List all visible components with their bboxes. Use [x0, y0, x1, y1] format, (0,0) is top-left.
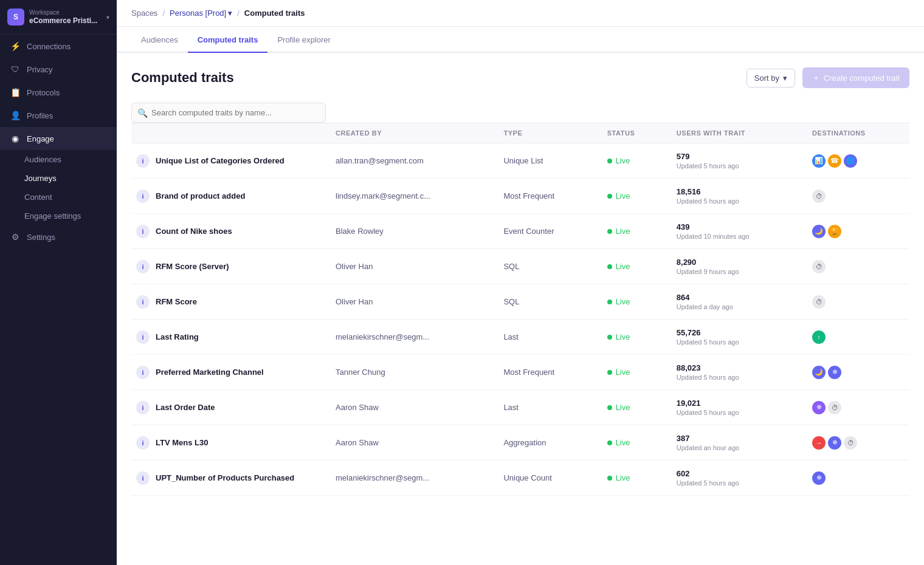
trait-type-icon: i [136, 471, 150, 485]
trait-name-cell: i Last Rating [131, 320, 326, 355]
trait-type-icon: i [136, 366, 150, 379]
tab-profile-explorer[interactable]: Profile explorer [267, 27, 340, 53]
tab-audiences[interactable]: Audiences [131, 27, 188, 53]
sidebar-item-connections[interactable]: ⚡ Connections [0, 35, 117, 58]
users-updated: Updated 5 hours ago [677, 338, 793, 346]
users-cell: 19,021 Updated 5 hours ago [667, 390, 802, 425]
destination-icon: ⏱ [812, 190, 826, 203]
sidebar-item-privacy[interactable]: 🛡 Privacy [0, 58, 117, 81]
type-cell: Unique Count [494, 461, 597, 496]
users-count: 864 [677, 293, 793, 302]
sidebar: S Workspace eCommerce Pristi... ▾ ⚡ Conn… [0, 0, 117, 565]
tab-computed-traits[interactable]: Computed traits [188, 27, 268, 53]
breadcrumb-sep-2: / [237, 9, 240, 18]
status-cell: Live [598, 214, 667, 249]
trait-name-cell: i RFM Score (Server) [131, 249, 326, 284]
trait-name-cell: i Brand of product added [131, 179, 326, 214]
created-by-cell: Oliver Han [326, 249, 494, 284]
status-text: Live [616, 368, 630, 377]
created-by-cell: melaniekirschner@segm... [326, 461, 494, 496]
destinations-cell: ↑ [802, 320, 909, 355]
table-row[interactable]: i RFM Score Oliver Han SQL Live 864 Upda… [131, 284, 909, 320]
destination-icon: → [812, 436, 826, 450]
sidebar-sub-content[interactable]: Content [0, 188, 117, 207]
col-destinations: DESTINATIONS [802, 123, 909, 143]
table-row[interactable]: i Last Order Date Aaron Shaw Last Live 1… [131, 390, 909, 425]
sidebar-item-profiles[interactable]: 👤 Profiles [0, 104, 117, 127]
table-row[interactable]: i Unique List of Categories Ordered alla… [131, 143, 909, 179]
sidebar-sub-journeys[interactable]: Journeys [0, 169, 117, 188]
trait-type-icon: i [136, 190, 150, 203]
destination-icon: 🌐 [844, 154, 857, 168]
settings-icon: ⚙ [10, 231, 21, 242]
users-cell: 88,023 Updated 5 hours ago [667, 355, 802, 390]
type-cell: Most Frequent [494, 355, 597, 390]
journeys-label: Journeys [24, 174, 57, 183]
destination-icon: ⏱ [812, 295, 826, 309]
table-row[interactable]: i LTV Mens L30 Aaron Shaw Aggregation Li… [131, 425, 909, 461]
destinations-cell: ⏱ [802, 284, 909, 320]
workspace-name: eCommerce Pristi... [29, 16, 102, 25]
status-dot [607, 335, 612, 340]
privacy-icon: 🛡 [10, 64, 21, 75]
sort-chevron-icon: ▾ [783, 74, 787, 83]
sidebar-item-protocols[interactable]: 📋 Protocols [0, 81, 117, 104]
create-computed-trait-button[interactable]: ＋ Create computed trait [802, 67, 909, 88]
create-plus-icon: ＋ [812, 72, 820, 83]
created-by-cell: Tanner Chung [326, 355, 494, 390]
table-row[interactable]: i Last Rating melaniekirschner@segm... L… [131, 320, 909, 355]
destinations-cell: 🌙🏆 [802, 214, 909, 249]
type-cell: Unique List [494, 143, 597, 179]
sidebar-item-settings[interactable]: ⚙ Settings [0, 225, 117, 248]
table-row[interactable]: i Preferred Marketing Channel Tanner Chu… [131, 355, 909, 390]
personas-chevron-icon: ▾ [228, 9, 232, 18]
destination-icon: 🏆 [828, 225, 841, 238]
trait-name: Last Order Date [156, 403, 215, 412]
created-by-cell: melaniekirschner@segm... [326, 320, 494, 355]
users-updated: Updated a day ago [677, 303, 793, 310]
breadcrumb-spaces[interactable]: Spaces [131, 9, 157, 18]
type-cell: Event Counter [494, 214, 597, 249]
destinations-cell: ⏱ [802, 249, 909, 284]
destinations-cell: 🌙❄ [802, 355, 909, 390]
users-count: 439 [677, 222, 793, 231]
main-content: Spaces / Personas [Prod] ▾ / Computed tr… [117, 0, 924, 565]
trait-name: RFM Score [156, 297, 197, 306]
search-input[interactable] [131, 103, 326, 123]
destinations-cell: ⏱ [802, 179, 909, 214]
workspace-header[interactable]: S Workspace eCommerce Pristi... ▾ [0, 0, 117, 35]
table-row[interactable]: i RFM Score (Server) Oliver Han SQL Live… [131, 249, 909, 284]
status-text: Live [616, 191, 630, 200]
trait-name: Last Rating [156, 332, 199, 341]
trait-name: Count of Nike shoes [156, 227, 232, 236]
sort-by-button[interactable]: Sort by ▾ [746, 69, 795, 87]
sidebar-item-label: Profiles [27, 111, 53, 120]
type-cell: Most Frequent [494, 179, 597, 214]
trait-name-cell: i Unique List of Categories Ordered [131, 143, 326, 179]
type-cell: Aggregation [494, 425, 597, 461]
sidebar-sub-engage-settings[interactable]: Engage settings [0, 207, 117, 225]
status-dot [607, 476, 612, 481]
created-by-cell: lindsey.mark@segment.c... [326, 179, 494, 214]
trait-name-cell: i Preferred Marketing Channel [131, 355, 326, 390]
breadcrumb-personas[interactable]: Personas [Prod] ▾ [170, 9, 232, 18]
status-dot [607, 440, 612, 445]
type-cell: SQL [494, 249, 597, 284]
status-dot [607, 405, 612, 410]
breadcrumb-sep-1: / [162, 9, 165, 18]
users-count: 18,516 [677, 187, 793, 196]
trait-name-cell: i Last Order Date [131, 390, 326, 425]
workspace-logo: S [7, 9, 24, 26]
table-row[interactable]: i UPT_Number of Products Purchased melan… [131, 461, 909, 496]
sidebar-item-engage[interactable]: ◉ Engage [0, 127, 117, 150]
sidebar-sub-audiences[interactable]: Audiences [0, 150, 117, 169]
table-row[interactable]: i Brand of product added lindsey.mark@se… [131, 179, 909, 214]
protocols-icon: 📋 [10, 87, 21, 98]
trait-type-icon: i [136, 401, 150, 414]
type-cell: Last [494, 390, 597, 425]
table-row[interactable]: i Count of Nike shoes Blake Rowley Event… [131, 214, 909, 249]
col-name [131, 123, 326, 143]
users-updated: Updated 10 minutes ago [677, 233, 793, 240]
profiles-icon: 👤 [10, 110, 21, 121]
search-icon: 🔍 [137, 108, 148, 118]
